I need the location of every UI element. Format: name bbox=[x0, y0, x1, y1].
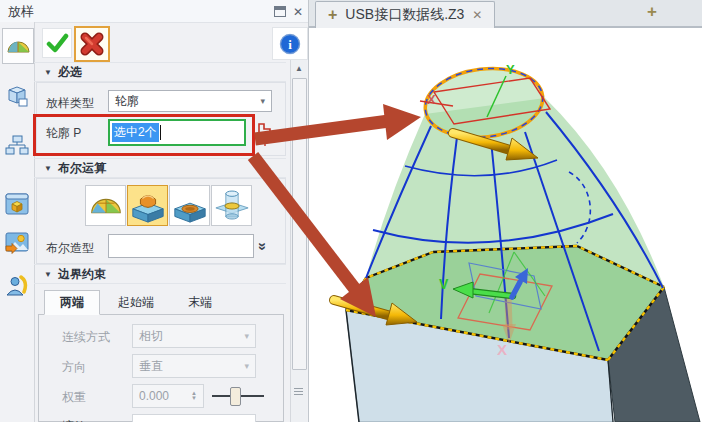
loft-icon bbox=[5, 33, 31, 59]
app-window: 放样 ✕ bbox=[0, 0, 702, 422]
continuity-label: 连续方式 bbox=[62, 329, 110, 346]
continuity-dropdown[interactable]: 相切 ▾ bbox=[132, 324, 256, 348]
dialog-restore-button[interactable] bbox=[272, 4, 288, 19]
boolean-base-icon bbox=[88, 188, 124, 224]
loft-type-dropdown[interactable]: 轮廓 ▾ bbox=[108, 90, 272, 112]
tab-plus-icon: + bbox=[328, 6, 337, 24]
scrollbar-grip[interactable] bbox=[294, 388, 303, 397]
weight-slider-handle[interactable] bbox=[230, 387, 241, 406]
new-tab-button[interactable]: + bbox=[647, 2, 657, 22]
document-tab[interactable]: + USB接口数据线.Z3 ✕ bbox=[315, 1, 495, 28]
boolean-remove-icon bbox=[172, 188, 208, 224]
ok-button[interactable] bbox=[42, 28, 72, 58]
dialog-scrollbar[interactable]: ▲ bbox=[290, 60, 307, 422]
svg-text:X: X bbox=[497, 341, 507, 358]
scroll-up-icon: ▲ bbox=[295, 64, 303, 73]
text-cursor bbox=[160, 125, 161, 140]
tab-close-icon[interactable]: ✕ bbox=[472, 8, 482, 22]
profile-stamp-icon bbox=[256, 120, 276, 152]
image-icon bbox=[4, 229, 30, 255]
boolean-add-icon bbox=[130, 188, 166, 224]
loft-dialog: 放样 ✕ bbox=[0, 0, 308, 422]
chevron-down-icon: ▾ bbox=[244, 361, 249, 371]
section-required[interactable]: ▼ 必选 bbox=[34, 62, 286, 82]
sidebar-item-render[interactable] bbox=[3, 228, 31, 256]
model-svg: Y X X V bbox=[309, 28, 702, 422]
sidebar-item-loft[interactable] bbox=[2, 28, 34, 64]
boolean-add-button[interactable] bbox=[127, 185, 168, 226]
svg-text:X: X bbox=[427, 92, 436, 107]
close-icon: ✕ bbox=[293, 6, 303, 18]
cancel-button[interactable] bbox=[74, 26, 110, 62]
svg-text:V: V bbox=[439, 276, 449, 292]
person-icon bbox=[4, 273, 30, 299]
collapse-triangle-icon: ▼ bbox=[44, 164, 52, 173]
boolean-base-button[interactable] bbox=[85, 185, 126, 226]
chevron-down-icon: ▾ bbox=[244, 331, 249, 341]
boolean-shape-label: 布尔造型 bbox=[46, 240, 94, 257]
cancel-x-icon bbox=[80, 32, 104, 56]
section-boundary[interactable]: ▼ 边界约束 bbox=[34, 264, 286, 284]
restore-icon bbox=[274, 6, 286, 17]
svg-text:i: i bbox=[288, 37, 292, 52]
section-boolean[interactable]: ▼ 布尔运算 bbox=[34, 158, 286, 178]
info-button[interactable]: i bbox=[272, 27, 308, 60]
canvas-3d[interactable]: Y X X V bbox=[309, 28, 702, 422]
scrollbar-thumb[interactable] bbox=[292, 78, 307, 370]
tab-both-ends[interactable]: 两端 bbox=[44, 290, 100, 315]
direction-label: 方向 bbox=[62, 359, 86, 376]
profile-input[interactable]: 选中2个 bbox=[108, 119, 246, 146]
svg-text:Y: Y bbox=[506, 62, 515, 77]
document-tab-title: USB接口数据线.Z3 bbox=[345, 6, 464, 24]
document-tabbar: + USB接口数据线.Z3 ✕ + bbox=[309, 0, 702, 28]
boolean-intersect-icon bbox=[214, 188, 250, 224]
tab-last-end[interactable]: 末端 bbox=[172, 290, 228, 315]
hierarchy-icon bbox=[4, 133, 30, 159]
wireframe-cube-icon bbox=[4, 83, 30, 109]
profile-label: 轮廓 P bbox=[46, 125, 81, 142]
profile-selected-text: 选中2个 bbox=[112, 123, 159, 142]
sidebar-item-solid[interactable] bbox=[3, 190, 31, 218]
loft-type-label: 放样类型 bbox=[46, 95, 94, 112]
sidebar-item-history[interactable] bbox=[3, 132, 31, 160]
collapse-triangle-icon: ▼ bbox=[44, 68, 52, 77]
scale-label: 缩放 bbox=[62, 418, 86, 422]
info-icon: i bbox=[279, 33, 301, 55]
dialog-close-button[interactable]: ✕ bbox=[290, 4, 306, 19]
collapse-triangle-icon: ▼ bbox=[44, 270, 52, 279]
weight-spinner[interactable]: 0.000 ▲ ▼ bbox=[132, 384, 204, 408]
check-icon bbox=[45, 31, 69, 55]
double-chevron-down-icon[interactable]: » bbox=[255, 242, 272, 248]
cube-window-icon bbox=[4, 191, 30, 217]
dialog-title: 放样 bbox=[8, 3, 34, 21]
sidebar-item-frame[interactable] bbox=[3, 82, 31, 110]
sidebar-item-user[interactable] bbox=[3, 272, 31, 300]
viewport-area: + USB接口数据线.Z3 ✕ + bbox=[308, 0, 702, 422]
tab-start-end[interactable]: 起始端 bbox=[104, 290, 168, 315]
boolean-remove-button[interactable] bbox=[169, 185, 210, 226]
chevron-down-icon: ▾ bbox=[260, 96, 265, 106]
boolean-intersect-button[interactable] bbox=[211, 185, 252, 226]
dialog-toolstrip bbox=[0, 22, 35, 422]
boolean-shape-field[interactable] bbox=[108, 234, 254, 258]
direction-dropdown[interactable]: 垂直 ▾ bbox=[132, 354, 256, 378]
scale-spinner[interactable]: ▲ bbox=[132, 414, 256, 422]
dialog-titlebar: 放样 ✕ bbox=[0, 0, 308, 23]
weight-label: 权重 bbox=[62, 389, 86, 406]
dialog-panel: i ▼ 必选 放样类型 轮廓 ▾ 轮廓 P 选中2个 ▼ 布尔运算 bbox=[34, 22, 290, 422]
spinner-arrows-icon[interactable]: ▲ ▼ bbox=[191, 391, 197, 401]
scroll-up-button[interactable]: ▲ bbox=[291, 60, 307, 76]
